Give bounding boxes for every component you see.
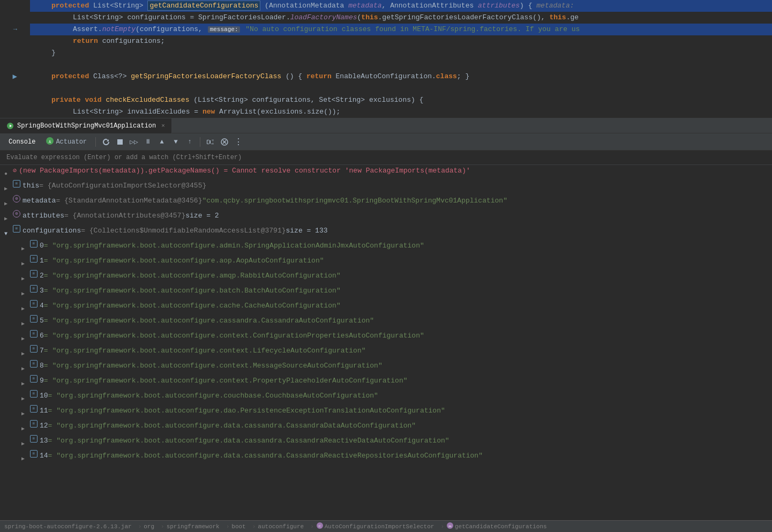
message-label: message:	[208, 26, 241, 33]
var-configs: configurations = SpringFactoriesLoader.l…	[127, 13, 579, 21]
clear-btn[interactable]	[219, 136, 230, 148]
config-9-row[interactable]: ▶ ≡ 9 = "org.springframework.boot.autoco…	[0, 375, 772, 390]
breadcrumb-autoconfigure[interactable]: autoconfigure	[258, 523, 304, 530]
kw-void: void	[85, 96, 106, 104]
breadcrumb-class[interactable]: AutoConfigurationImportSelector	[325, 523, 434, 530]
pause-btn[interactable]: ⏸	[142, 136, 154, 148]
attributes-expand[interactable]: ▶	[4, 210, 13, 225]
toolbar-separator-2	[200, 137, 200, 147]
c1-expand[interactable]: ▶	[21, 255, 30, 270]
config-11-row[interactable]: ▶ ≡ 11 = "org.springframework.boot.autoc…	[0, 405, 772, 420]
c11-value: = "org.springframework.boot.autoconfigur…	[48, 405, 445, 417]
c0-icon: ≡	[30, 240, 38, 248]
config-14-row[interactable]: ▶ ≡ 14 = "org.springframework.boot.autoc…	[0, 450, 772, 465]
c13-name: 13	[40, 435, 48, 447]
c10-expand[interactable]: ▶	[21, 390, 30, 405]
debug-panel: ● ⊘ (new PackageImports(metadata)).getPa…	[0, 165, 772, 520]
error-row[interactable]: ● ⊘ (new PackageImports(metadata)).getPa…	[0, 165, 772, 180]
error-icon: ⊘	[13, 165, 17, 177]
evaluate-bar: Evaluate expression (Enter) or add a wat…	[0, 151, 772, 165]
tab-close-icon[interactable]: ×	[161, 123, 165, 129]
c9-expand[interactable]: ▶	[21, 375, 30, 390]
c7-icon: ≡	[30, 345, 38, 353]
code-line-1: protected List<String> getCandidateConfi…	[0, 0, 772, 12]
step-down-btn[interactable]: ▼	[170, 136, 182, 148]
config-12-row[interactable]: ▶ ≡ 12 = "org.springframework.boot.autoc…	[0, 420, 772, 435]
svg-text:m: m	[448, 524, 452, 528]
breadcrumb-jar[interactable]: spring-boot-autoconfigure-2.6.13.jar	[4, 523, 132, 530]
console-tab[interactable]: Console	[4, 136, 40, 148]
actuator-tab[interactable]: A Actuator	[42, 136, 91, 148]
config-4-row[interactable]: ▶ ≡ 4 = "org.springframework.boot.autoco…	[0, 300, 772, 315]
configurations-row[interactable]: ▼ ≡ configurations = {Collections$Unmodi…	[0, 225, 772, 240]
evaluate-placeholder: Evaluate expression (Enter) or add a wat…	[6, 154, 242, 161]
type-list2: List<String>	[73, 13, 123, 21]
code-content-7: protected Class<?> getSpringFactoriesLoa…	[30, 71, 772, 83]
config-7-row[interactable]: ▶ ≡ 7 = "org.springframework.boot.autoco…	[0, 345, 772, 360]
c11-expand[interactable]: ▶	[21, 405, 30, 420]
config-3-row[interactable]: ▶ ≡ 3 = "org.springframework.boot.autoco…	[0, 285, 772, 300]
c9-icon: ≡	[30, 375, 38, 383]
c1-icon: ≡	[30, 255, 38, 263]
console-label: Console	[9, 138, 35, 146]
c13-expand[interactable]: ▶	[21, 435, 30, 450]
config-6-row[interactable]: ▶ ≡ 6 = "org.springframework.boot.autoco…	[0, 330, 772, 345]
c8-value: = "org.springframework.boot.autoconfigur…	[44, 360, 383, 372]
c8-expand[interactable]: ▶	[21, 360, 30, 375]
config-1-row[interactable]: ▶ ≡ 1 = "org.springframework.boot.autoco…	[0, 255, 772, 270]
step-up-btn[interactable]: ▲	[156, 136, 168, 148]
c11-name: 11	[40, 405, 48, 417]
factory-method: getSpringFactoriesLoaderFactoryClass	[131, 72, 281, 80]
step-over-btn[interactable]: ▷▷	[128, 136, 140, 148]
c10-value: = "org.springframework.boot.autoconfigur…	[48, 390, 378, 402]
code-line-4: return configurations;	[0, 35, 772, 47]
c6-expand[interactable]: ▶	[21, 330, 30, 345]
c3-value: = "org.springframework.boot.autoconfigur…	[44, 285, 341, 297]
c5-value: = "org.springframework.boot.autoconfigur…	[44, 315, 374, 327]
not-empty-method: notEmpty	[102, 25, 136, 33]
config-0-row[interactable]: ▶ ≡ 0 = "org.springframework.boot.autoco…	[0, 240, 772, 255]
c3-expand[interactable]: ▶	[21, 285, 30, 300]
keyword-protected: protected	[51, 2, 89, 10]
this-expand[interactable]: ▶	[4, 180, 13, 195]
this-var-icon: ≡	[13, 180, 20, 188]
metadata-expand[interactable]: ▶	[4, 195, 13, 210]
config-5-row[interactable]: ▶ ≡ 5 = "org.springframework.boot.autoco…	[0, 315, 772, 330]
kw-protected2: protected	[51, 72, 89, 80]
c12-expand[interactable]: ▶	[21, 420, 30, 435]
c5-expand[interactable]: ▶	[21, 315, 30, 330]
code-line-10: List<String> invalidExcludes = new Array…	[0, 106, 772, 118]
stop-btn[interactable]	[114, 136, 126, 148]
c0-expand[interactable]: ▶	[21, 240, 30, 255]
restart-btn[interactable]	[100, 136, 112, 148]
config-8-row[interactable]: ▶ ≡ 8 = "org.springframework.boot.autoco…	[0, 360, 772, 375]
c4-name: 4	[40, 300, 44, 312]
metadata-row[interactable]: ▶ ⊙ metadata = {StandardAnnotationMetada…	[0, 195, 772, 210]
code-content-8	[30, 83, 772, 94]
c2-expand[interactable]: ▶	[21, 270, 30, 285]
breadcrumb-method[interactable]: getCandidateConfigurations	[455, 523, 547, 530]
config-10-row[interactable]: ▶ ≡ 10 = "org.springframework.boot.autoc…	[0, 390, 772, 405]
breadcrumb-org[interactable]: org	[144, 523, 154, 530]
code-line-6	[0, 59, 772, 71]
breadcrumb-springframework[interactable]: springframework	[167, 523, 220, 530]
c7-expand[interactable]: ▶	[21, 345, 30, 360]
code-content-10: List<String> invalidExcludes = new Array…	[30, 106, 772, 118]
link-btn[interactable]	[205, 136, 216, 148]
app-tab[interactable]: SpringBootWithSpringMvc01Application ×	[0, 118, 172, 133]
tab-label: SpringBootWithSpringMvc01Application	[17, 122, 156, 130]
attributes-row[interactable]: ▶ ⊙ attributes = {AnnotationAttributes@3…	[0, 210, 772, 225]
step-out-btn[interactable]: ↑	[184, 136, 196, 148]
config-2-row[interactable]: ▶ ≡ 2 = "org.springframework.boot.autoco…	[0, 270, 772, 285]
c4-expand[interactable]: ▶	[21, 300, 30, 315]
code-line-9: private void checkExcludedClasses (List<…	[0, 94, 772, 106]
this-row[interactable]: ▶ ≡ this = {AutoConfigurationImportSelec…	[0, 180, 772, 195]
more-btn[interactable]: ⋮	[233, 136, 244, 148]
configs-expand[interactable]: ▼	[4, 225, 13, 240]
c14-value: = "org.springframework.boot.autoconfigur…	[48, 450, 483, 462]
breadcrumb-boot[interactable]: boot	[231, 523, 245, 530]
breadcrumb-sep-3: ›	[226, 523, 230, 530]
config-13-row[interactable]: ▶ ≡ 13 = "org.springframework.boot.autoc…	[0, 435, 772, 450]
c3-icon: ≡	[30, 285, 38, 293]
c14-expand[interactable]: ▶	[21, 450, 30, 465]
